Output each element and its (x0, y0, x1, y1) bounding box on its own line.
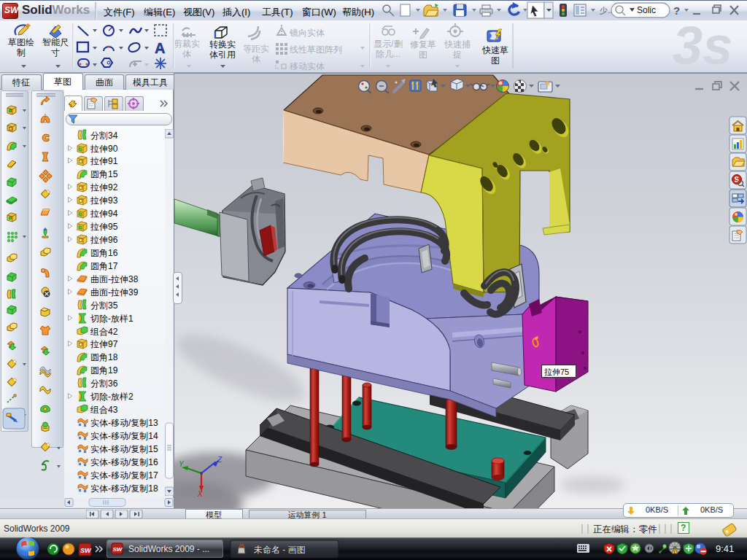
svg-text:Solic: Solic (637, 5, 656, 15)
svg-text:SW: SW (113, 546, 123, 553)
svg-text:A: A (155, 40, 165, 56)
svg-text:!: ! (674, 550, 676, 554)
svg-text:9:41: 9:41 (716, 543, 734, 554)
svg-text:X: X (197, 490, 203, 498)
svg-text:Z: Z (217, 456, 222, 464)
svg-text:S: S (735, 176, 740, 184)
svg-text:少..: 少.. (600, 6, 612, 15)
svg-text:SW: SW (80, 547, 92, 554)
